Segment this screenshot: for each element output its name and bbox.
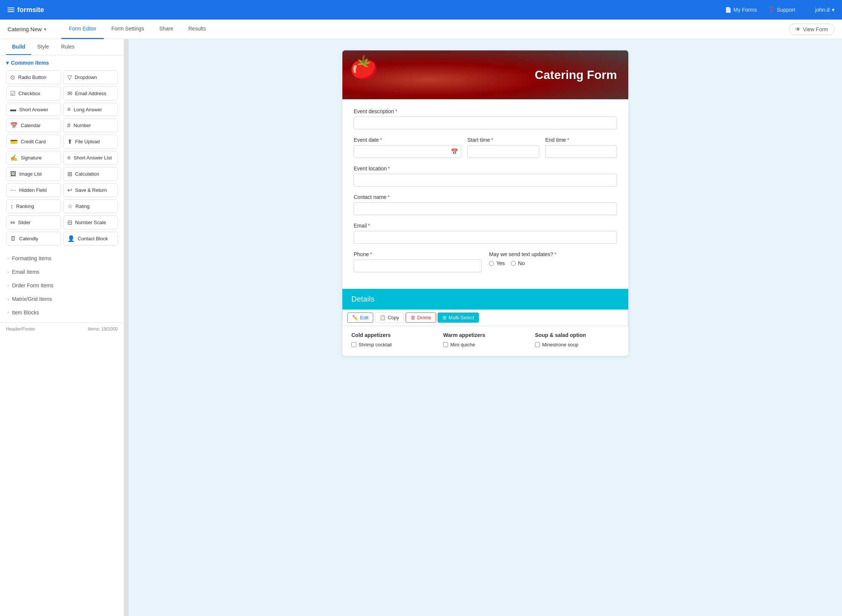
sidebar-item-calendar[interactable]: 📅 Calendar (6, 118, 61, 132)
input-phone[interactable] (354, 259, 482, 272)
label-event-description: Event description * (354, 108, 617, 114)
sidebar-item-email-address[interactable]: ✉ Email Address (63, 86, 118, 100)
label-end-time: End time * (545, 137, 617, 143)
sidebar-item-short-answer[interactable]: ▬ Short Answer (6, 103, 61, 116)
sidebar-item-long-answer[interactable]: ≡ Long Answer (63, 103, 118, 116)
radio-no[interactable]: No (511, 260, 525, 266)
multi-select-icon: ⊞ (442, 315, 447, 320)
delete-button[interactable]: 🗑 Delete (406, 313, 436, 323)
form-header-image: 🍅 Catering Form (342, 50, 628, 99)
view-form-button[interactable]: 👁 View Form (789, 24, 834, 35)
top-nav-links: 📄 My Forms ❓ Support 👤 john.d ▾ (725, 7, 834, 13)
input-contact-name[interactable] (354, 202, 617, 215)
header-footer-label: Header/Footer (6, 326, 35, 332)
copy-icon: 📋 (380, 315, 386, 320)
sidebar-item-number-scale[interactable]: ⊟ Number Scale (63, 215, 118, 229)
edit-icon: ✏️ (352, 315, 358, 320)
multi-select-button[interactable]: ⊞ Multi-Select (438, 313, 479, 323)
sidebar-item-calculation[interactable]: ⊞ Calculation (63, 167, 118, 181)
sidebar-item-hidden-field[interactable]: ⋯ Hidden Field (6, 183, 61, 197)
sidebar-item-calendly[interactable]: 🗓 Calendly (6, 232, 61, 246)
rating-icon: ☆ (67, 203, 73, 210)
checkbox-input-shrimp[interactable] (351, 342, 356, 347)
chevron-right-icon: › (8, 256, 9, 261)
required-indicator: * (567, 137, 569, 143)
support-link[interactable]: ❓ Support (768, 7, 795, 13)
checkbox-input-minestrone[interactable] (535, 342, 540, 347)
sidebar-item-dropdown[interactable]: ▽ Dropdown (63, 70, 118, 84)
chevron-right-icon: › (8, 310, 9, 315)
radio-input-no[interactable] (511, 261, 516, 266)
label-contact-name: Contact name * (354, 194, 617, 200)
sidebar-item-slider[interactable]: ⇔ Slider (6, 215, 61, 229)
chevron-down-icon: ▾ (44, 27, 46, 32)
input-start-time[interactable] (467, 145, 539, 158)
chevron-right-icon: › (8, 283, 9, 288)
section-toolbar: ✏️ Edit 📋 Copy 🗑 Delete ⊞ Multi-Select (342, 310, 628, 326)
common-items-header[interactable]: ▾ Common Items (6, 60, 118, 66)
sidebar-section-email[interactable]: › Email Items (0, 265, 124, 279)
checkbox-input-quiche[interactable] (443, 342, 448, 347)
checkbox-icon: ☑ (10, 90, 15, 97)
tab-results[interactable]: Results (181, 20, 214, 39)
sidebar-item-number[interactable]: # Number (63, 118, 118, 132)
contact-block-icon: 👤 (67, 235, 75, 242)
sidebar-item-checkbox[interactable]: ☑ Checkbox (6, 86, 61, 100)
checkbox-mini-quiche: Mini quiche (443, 342, 527, 347)
input-event-date[interactable] (354, 145, 461, 158)
chevron-down-icon: ▾ (832, 7, 834, 13)
tab-build[interactable]: Build (6, 39, 31, 55)
sidebar-section-matrix-grid[interactable]: › Matrix/Grid Items (0, 292, 124, 306)
user-menu[interactable]: 👤 john.d ▾ (807, 7, 834, 13)
sidebar-item-credit-card[interactable]: 💳 Credit Card (6, 135, 61, 149)
sidebar-item-radio-button[interactable]: ⊙ Radio Button (6, 70, 61, 84)
sidebar-item-contact-block[interactable]: 👤 Contact Block (63, 232, 118, 246)
sidebar-item-rating[interactable]: ☆ Rating (63, 199, 118, 213)
logo-text: formsite (17, 6, 44, 14)
input-event-location[interactable] (354, 174, 617, 187)
input-end-time[interactable] (545, 145, 617, 158)
edit-button[interactable]: ✏️ Edit (347, 313, 373, 323)
tab-form-settings[interactable]: Form Settings (104, 20, 152, 39)
required-indicator: * (491, 137, 493, 143)
sidebar-item-image-list[interactable]: 🖼 Image List (6, 167, 61, 181)
sidebar-item-signature[interactable]: ✍ Signature (6, 151, 61, 165)
label-email: Email * (354, 223, 617, 229)
form-card: 🍅 Catering Form Event description * (342, 50, 628, 356)
required-indicator: * (395, 108, 397, 114)
checkbox-shrimp-cocktail: Shrimp cocktail (351, 342, 436, 347)
sidebar-section-formatting[interactable]: › Formatting Items (0, 252, 124, 265)
form-title[interactable]: Catering New ▾ (8, 26, 46, 32)
common-items-section: ▾ Common Items ⊙ Radio Button ▽ Dropdown… (0, 55, 124, 249)
input-event-description[interactable] (354, 117, 617, 129)
cold-appetizers-column: Cold appetizers Shrimp cocktail (351, 332, 436, 350)
sidebar-item-file-upload[interactable]: ⬆ File Upload (63, 135, 118, 149)
sidebar: Build Style Rules ▾ Common Items ⊙ Radio… (0, 39, 124, 616)
sidebar-item-save-return[interactable]: ↩ Save & Return (63, 183, 118, 197)
top-nav: formsite 📄 My Forms ❓ Support 👤 john.d ▾ (0, 0, 842, 20)
main-layout: Build Style Rules ▾ Common Items ⊙ Radio… (0, 39, 842, 616)
tab-style[interactable]: Style (31, 39, 55, 55)
copy-button[interactable]: 📋 Copy (375, 313, 404, 323)
field-end-time: End time * (545, 137, 617, 158)
tab-form-editor[interactable]: Form Editor (61, 20, 104, 39)
radio-icon: ⊙ (10, 74, 15, 81)
sidebar-section-item-blocks[interactable]: › Item Blocks (0, 306, 124, 319)
sidebar-item-short-answer-list[interactable]: ≡ Short Answer List (63, 151, 118, 165)
radio-input-yes[interactable] (489, 261, 494, 266)
logo[interactable]: formsite (8, 6, 44, 14)
radio-yes[interactable]: Yes (489, 260, 505, 266)
user-icon: 👤 (807, 7, 813, 13)
details-section: Details (342, 289, 628, 310)
calendly-icon: 🗓 (10, 235, 16, 242)
tab-share[interactable]: Share (152, 20, 181, 39)
required-indicator: * (370, 251, 372, 257)
long-answer-icon: ≡ (67, 106, 71, 113)
input-email[interactable] (354, 231, 617, 244)
my-forms-link[interactable]: 📄 My Forms (725, 7, 757, 13)
warm-appetizers-column: Warm appetizers Mini quiche (443, 332, 527, 350)
sidebar-item-ranking[interactable]: ↕ Ranking (6, 199, 61, 213)
sidebar-section-order-form[interactable]: › Order Form Items (0, 279, 124, 292)
resize-handle[interactable]: ⋮ (124, 39, 129, 616)
tab-rules[interactable]: Rules (55, 39, 81, 55)
